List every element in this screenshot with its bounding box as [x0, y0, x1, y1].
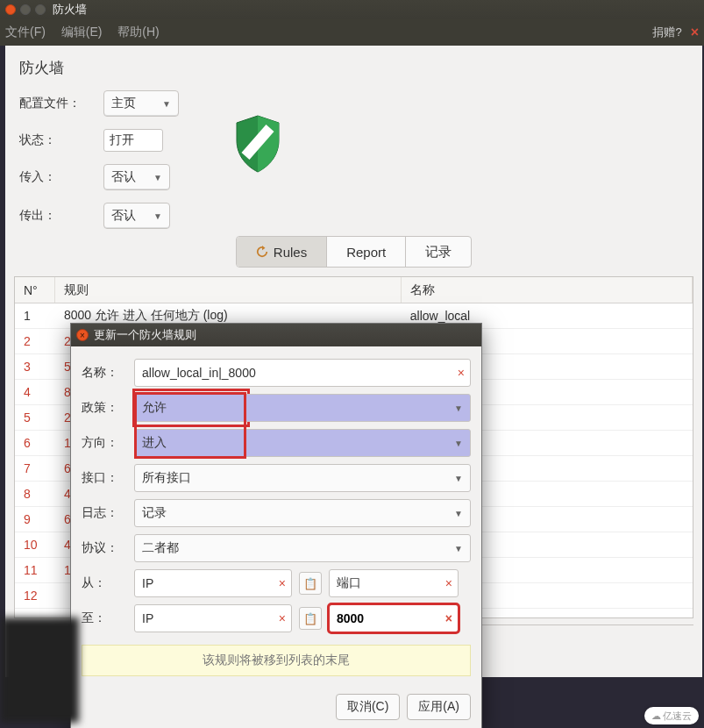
page-title: 防火墙: [14, 58, 693, 78]
window-title: 防火墙: [53, 2, 87, 18]
to-label: 至：: [82, 610, 127, 626]
cell-no: 10: [15, 538, 55, 552]
chevron-down-icon: ▼: [454, 403, 463, 413]
incoming-label: 传入：: [19, 169, 100, 185]
profile-label: 配置文件：: [19, 96, 100, 111]
watermark: ☁亿速云: [644, 707, 699, 724]
tab-log[interactable]: 记录: [406, 237, 471, 267]
status-label: 状态：: [19, 132, 100, 148]
proto-label: 协议：: [82, 540, 127, 556]
cell-no: 12: [15, 589, 55, 603]
clear-icon[interactable]: ×: [458, 366, 465, 380]
th-name[interactable]: 名称: [402, 277, 693, 303]
donate-link[interactable]: 捐赠?: [652, 25, 681, 40]
menu-file[interactable]: 文件(F): [5, 25, 46, 39]
window-titlebar: 防火墙: [0, 0, 704, 19]
tab-rules[interactable]: Rules: [237, 237, 327, 267]
name-label: 名称：: [82, 365, 127, 381]
th-rule[interactable]: 规则: [55, 277, 402, 303]
cell-no: 7: [15, 461, 55, 475]
log-label: 日志：: [82, 505, 127, 521]
config-section: 配置文件： 主页▼ 状态： 打开 传入： 否认▼ 传出： 否认▼: [14, 90, 693, 229]
policy-select[interactable]: 允许▼: [134, 394, 471, 422]
chevron-down-icon: ▼: [162, 99, 171, 109]
iface-label: 接口：: [82, 470, 127, 486]
menu-help[interactable]: 帮助(H): [117, 25, 159, 39]
dialog-close-button[interactable]: ×: [76, 329, 89, 341]
chevron-down-icon: ▼: [454, 544, 463, 553]
cell-no: 6: [15, 436, 55, 450]
tabs: Rules Report 记录: [14, 236, 693, 268]
from-label: 从：: [82, 575, 127, 591]
cell-no: 4: [15, 385, 55, 399]
refresh-icon: [256, 246, 268, 258]
direction-select[interactable]: 进入▼: [134, 429, 471, 457]
close-icon[interactable]: ×: [691, 25, 699, 40]
chevron-down-icon: ▼: [153, 211, 162, 221]
desktop-background: [0, 617, 79, 723]
th-no[interactable]: N°: [15, 277, 55, 303]
status-input[interactable]: 打开: [103, 129, 163, 152]
copy-paste-button[interactable]: 📋: [299, 607, 322, 630]
tab-report[interactable]: Report: [327, 237, 406, 267]
name-input[interactable]: allow_local_in|_8000 ×: [134, 359, 471, 387]
clear-icon[interactable]: ×: [279, 611, 286, 625]
direction-label: 方向：: [82, 435, 127, 451]
profile-select[interactable]: 主页▼: [103, 90, 179, 117]
clear-icon[interactable]: ×: [445, 611, 452, 625]
outgoing-label: 传出：: [19, 208, 100, 224]
from-ip-input[interactable]: IP ×: [134, 569, 292, 597]
chevron-down-icon: ▼: [454, 474, 463, 483]
policy-label: 政策：: [82, 400, 127, 416]
cell-no: 1: [15, 309, 55, 323]
clear-icon[interactable]: ×: [445, 576, 452, 590]
cell-no: 3: [15, 360, 55, 374]
menubar: 文件(F) 编辑(E) 帮助(H) 捐赠? ×: [0, 19, 704, 46]
outgoing-select[interactable]: 否认▼: [103, 203, 170, 229]
dialog-title: 更新一个防火墙规则: [94, 327, 196, 343]
cell-no: 2: [15, 334, 55, 348]
update-rule-dialog: × 更新一个防火墙规则 名称： allow_local_in|_8000 × 政…: [70, 323, 482, 728]
log-select[interactable]: 记录▼: [134, 499, 471, 527]
clear-icon[interactable]: ×: [279, 576, 286, 590]
chevron-down-icon: ▼: [454, 509, 463, 518]
note-bar: 该规则将被移到列表的末尾: [82, 645, 471, 676]
dialog-titlebar: × 更新一个防火墙规则: [71, 324, 481, 346]
to-port-input[interactable]: 8000 ×: [329, 604, 459, 632]
window-close-button[interactable]: [5, 4, 16, 15]
cell-rule: 8000 允许 进入 任何地方 (log): [55, 308, 402, 324]
copy-paste-button[interactable]: 📋: [299, 572, 322, 595]
cell-no: 11: [15, 563, 55, 577]
shield-icon: [230, 112, 286, 179]
to-ip-input[interactable]: IP ×: [134, 604, 292, 632]
cell-name: allow_local: [402, 309, 693, 323]
cell-no: 9: [15, 512, 55, 526]
apply-button[interactable]: 应用(A): [407, 694, 471, 720]
from-port-input[interactable]: 端口 ×: [329, 569, 459, 597]
incoming-select[interactable]: 否认▼: [103, 164, 170, 190]
window-maximize-button[interactable]: [35, 4, 46, 15]
cell-no: 8: [15, 487, 55, 501]
cancel-button[interactable]: 取消(C): [336, 694, 400, 720]
window-minimize-button[interactable]: [20, 4, 31, 15]
proto-select[interactable]: 二者都▼: [134, 534, 471, 562]
iface-select[interactable]: 所有接口▼: [134, 464, 471, 492]
menu-edit[interactable]: 编辑(E): [61, 25, 103, 39]
cell-no: 5: [15, 410, 55, 425]
chevron-down-icon: ▼: [153, 173, 162, 182]
chevron-down-icon: ▼: [454, 439, 463, 448]
